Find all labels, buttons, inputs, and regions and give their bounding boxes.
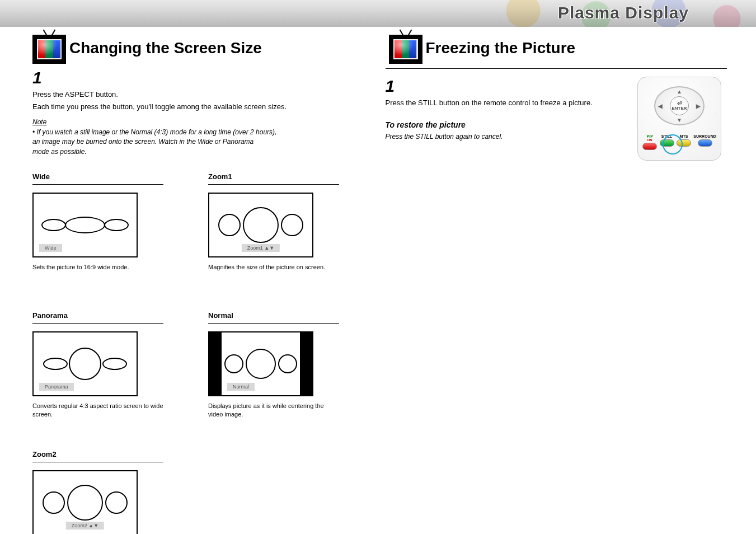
mode-caption: Displays picture as it is while centerin… bbox=[208, 402, 339, 434]
mode-caption: Sets the picture to 16:9 wide mode. bbox=[32, 263, 163, 296]
diagram-tag: Zoom1 ▲▼ bbox=[242, 244, 280, 252]
note-line3: mode as possible. bbox=[32, 147, 371, 157]
restore-text: Press the STILL button again to cancel. bbox=[386, 133, 629, 140]
on-label: ON bbox=[647, 138, 652, 142]
header-band: Plasma Display bbox=[0, 0, 756, 27]
brand-title: Plasma Display bbox=[558, 3, 689, 22]
still-highlight-circle bbox=[663, 134, 683, 154]
mode-caption: Converts regular 4:3 aspect ratio screen… bbox=[32, 402, 163, 434]
step-number: 1 bbox=[32, 68, 371, 87]
diagram-tag: Normal bbox=[227, 383, 255, 391]
note-line1: • If you watch a still image or the Norm… bbox=[32, 128, 371, 137]
surround-label: SURROUND bbox=[693, 134, 716, 138]
mode-label: Zoom2 bbox=[32, 450, 163, 462]
tv-icon bbox=[389, 35, 422, 64]
mode-caption: Magnifies the size of the picture on scr… bbox=[208, 263, 339, 296]
step-number: 1 bbox=[386, 77, 629, 96]
pip-label: PIP bbox=[647, 134, 653, 138]
right-title: Freezing the Picture bbox=[426, 39, 727, 57]
arrow-up-icon: ▲ bbox=[677, 88, 682, 95]
step-text-line2: Each time you press the button, you'll t… bbox=[32, 102, 371, 112]
page-spread: Changing the Screen Size 1 Press the ASP… bbox=[0, 27, 756, 534]
mode-row-1: Wide Wide Sets the picture to 16:9 wide … bbox=[32, 172, 371, 296]
right-page: Freezing the Picture 1 Press the STILL b… bbox=[386, 35, 727, 534]
left-page: Changing the Screen Size 1 Press the ASP… bbox=[29, 35, 371, 534]
arrow-left-icon: ◀ bbox=[658, 103, 663, 109]
diagram-zoom1: Zoom1 ▲▼ bbox=[208, 193, 313, 257]
diagram-panorama: Panorama bbox=[32, 331, 138, 396]
left-title: Changing the Screen Size bbox=[69, 39, 371, 57]
mode-label: Wide bbox=[32, 172, 163, 185]
enter-label: ENTER bbox=[672, 106, 687, 111]
step-text-line1: Press the ASPECT button. bbox=[32, 90, 371, 100]
mode-wide: Wide Wide Sets the picture to 16:9 wide … bbox=[32, 172, 163, 296]
red-pill-icon bbox=[642, 143, 657, 150]
arrow-down-icon: ▼ bbox=[677, 117, 682, 123]
mts-label: MTS bbox=[680, 134, 688, 138]
diagram-tag: Wide bbox=[39, 244, 62, 252]
diagram-tag: Panorama bbox=[39, 383, 74, 391]
note-line2: an image may be burned onto the screen. … bbox=[32, 137, 371, 147]
enter-button: ⏎ ENTER bbox=[670, 96, 689, 115]
arrow-right-icon: ▶ bbox=[696, 103, 701, 109]
mode-zoom2: Zoom2 Zoom2 ▲▼ Magnifies the size of the… bbox=[32, 450, 163, 534]
note-heading: Note bbox=[32, 118, 46, 126]
dpad: ◀ ▶ ▲ ▼ ⏎ ENTER bbox=[654, 86, 705, 125]
note-block: Note • If you watch a still image or the… bbox=[32, 118, 371, 157]
remote-illustration: ◀ ▶ ▲ ▼ ⏎ ENTER PIP ON bbox=[637, 77, 721, 161]
surround-button: SURROUND bbox=[693, 134, 716, 150]
tv-icon bbox=[32, 35, 66, 64]
diagram-tag: Zoom2 ▲▼ bbox=[66, 522, 104, 530]
mode-panorama: Panorama Panorama Converts regular 4:3 a… bbox=[32, 311, 163, 434]
step-1: 1 Press the ASPECT button. Each time you… bbox=[32, 68, 371, 157]
step-text: Press the STILL button on the remote con… bbox=[386, 98, 629, 108]
mode-row-2: Panorama Panorama Converts regular 4:3 a… bbox=[32, 311, 371, 434]
diagram-normal: Normal bbox=[208, 331, 313, 396]
diagram-zoom2: Zoom2 ▲▼ bbox=[32, 470, 138, 534]
step-1-right: 1 Press the STILL button on the remote c… bbox=[386, 68, 727, 161]
mode-normal: Normal Normal Displays picture as it is … bbox=[208, 311, 339, 434]
blue-pill-icon bbox=[698, 139, 712, 147]
mode-label: Normal bbox=[208, 311, 339, 324]
mode-row-3: Zoom2 Zoom2 ▲▼ Magnifies the size of the… bbox=[32, 450, 371, 534]
mode-label: Zoom1 bbox=[208, 172, 339, 185]
mode-label: Panorama bbox=[32, 311, 163, 324]
restore-heading: To restore the picture bbox=[386, 120, 629, 129]
mode-zoom1: Zoom1 Zoom1 ▲▼ Magnifies the size of the… bbox=[208, 172, 339, 296]
pip-button: PIP ON bbox=[642, 134, 657, 150]
diagram-wide: Wide bbox=[32, 193, 138, 257]
